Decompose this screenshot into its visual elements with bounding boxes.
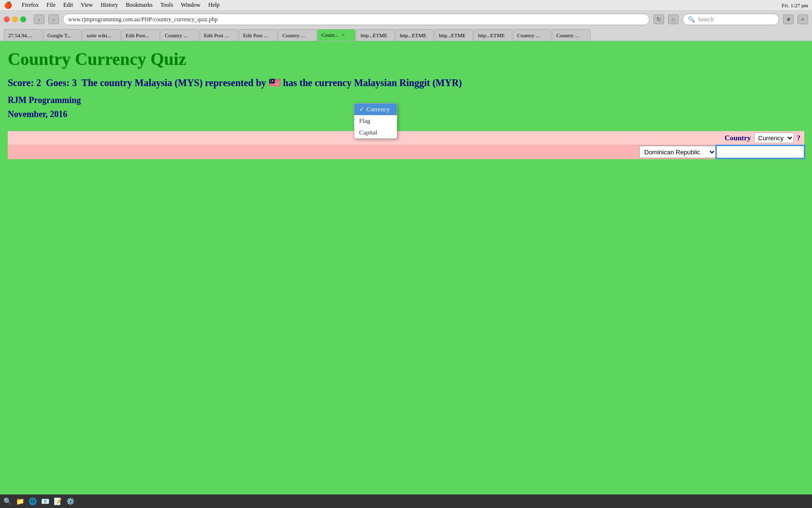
tab-4[interactable]: Country ...	[160, 29, 199, 41]
author-line: RJM Programming	[8, 95, 804, 105]
forward-button[interactable]: ›	[48, 15, 59, 24]
checkmark-icon: ✓	[359, 105, 364, 113]
quiz-type-select[interactable]: Currency Flag Capital	[754, 133, 794, 143]
tab-label: http...ETME	[400, 32, 426, 38]
tab-label: Country ...	[282, 32, 305, 38]
tab-label: http...ETME	[361, 32, 387, 38]
tab-12[interactable]: http...ETME	[474, 29, 512, 41]
page-content: Country Currency Quiz Score: 2 Goes: 3 T…	[0, 41, 812, 380]
menu-window[interactable]: Window	[181, 1, 201, 9]
address-bar[interactable]: www.rjmprogramming.com.au/PHP/country_cu…	[63, 14, 650, 25]
tab-3[interactable]: Edit Post...	[121, 29, 160, 41]
score-text: Score: 2 Goes: 3 The country Malaysia (M…	[8, 77, 462, 88]
page-title: Country Currency Quiz	[8, 49, 804, 69]
apple-icon[interactable]: 🍎	[4, 1, 12, 9]
date-line: November, 2016	[8, 109, 804, 120]
browser-search-bar[interactable]: 🔍 Search	[682, 14, 779, 25]
tab-6[interactable]: Edit Post ...	[239, 29, 277, 41]
tab-14[interactable]: Country ...	[552, 29, 591, 41]
tab-label: Google T...	[47, 32, 71, 38]
quiz-input-row: Dominican Republic	[8, 145, 804, 159]
country-select[interactable]: Dominican Republic	[639, 146, 716, 158]
bookmark-button[interactable]: ★	[783, 15, 794, 24]
tab-2[interactable]: suite wiki...	[82, 29, 121, 41]
tab-13[interactable]: Country ...	[513, 29, 551, 41]
back-button[interactable]: ‹	[34, 15, 44, 24]
menu-edit[interactable]: Edit	[63, 1, 73, 9]
browser-top-row: ‹ › www.rjmprogramming.com.au/PHP/countr…	[0, 11, 812, 27]
search-icon: 🔍	[688, 16, 695, 23]
home-button[interactable]: ⌂	[668, 15, 679, 24]
tab-1[interactable]: Google T...	[43, 29, 82, 41]
score-line: Score: 2 Goes: 3 The country Malaysia (M…	[8, 77, 804, 89]
tab-8-active[interactable]: Count... ✕	[317, 29, 356, 41]
quiz-header-row: Country Currency Flag Capital ?	[8, 131, 804, 145]
url-text: www.rjmprogramming.com.au/PHP/country_cu…	[68, 16, 218, 23]
tab-10[interactable]: http...ETME	[395, 29, 434, 41]
currency-option-label: Currency	[366, 105, 390, 113]
quiz-type-dropdown[interactable]: ✓ Currency Flag Capital	[354, 103, 397, 139]
minimize-window-button[interactable]	[12, 16, 18, 22]
tab-label: Count...	[321, 32, 338, 38]
maximize-window-button[interactable]	[20, 16, 26, 22]
menubar-right: Fri. 1:27 pm	[782, 2, 808, 8]
tab-11[interactable]: http...ETME	[435, 29, 473, 41]
time-display: Fri. 1:27 pm	[782, 2, 808, 8]
country-label: Country	[725, 134, 751, 142]
answer-input[interactable]	[716, 146, 804, 158]
menu-view[interactable]: View	[81, 1, 93, 9]
tab-label: Edit Post ...	[204, 32, 229, 38]
tab-label: http...ETME	[439, 32, 465, 38]
tab-label: Country ...	[165, 32, 188, 38]
tab-label: Edit Post ...	[243, 32, 268, 38]
tab-label: Country ...	[556, 32, 579, 38]
menu-tools[interactable]: Tools	[160, 1, 174, 9]
search-placeholder: Search	[698, 16, 714, 23]
menu-file[interactable]: File	[46, 1, 56, 9]
traffic-lights	[4, 16, 26, 22]
close-tab-icon[interactable]: ✕	[341, 32, 345, 38]
tab-label: 27.54.94....	[8, 32, 32, 38]
browser-chrome: ‹ › www.rjmprogramming.com.au/PHP/countr…	[0, 11, 812, 41]
menu-firefox[interactable]: Firefox	[22, 1, 39, 9]
tabs-row: 27.54.94.... Google T... suite wiki... E…	[0, 27, 812, 41]
menu-icon-button[interactable]: ≡	[798, 15, 808, 24]
menu-history[interactable]: History	[101, 1, 118, 9]
tab-label: Edit Post...	[126, 32, 149, 38]
dropdown-flag-option[interactable]: Flag	[354, 115, 397, 127]
reload-button[interactable]: ↻	[653, 15, 664, 24]
menu-help[interactable]: Help	[208, 1, 219, 9]
tab-5[interactable]: Edit Post ...	[200, 29, 238, 41]
flag-option-label: Flag	[359, 117, 370, 125]
tab-0[interactable]: 27.54.94....	[4, 29, 43, 41]
tab-label: Country ...	[517, 32, 540, 38]
dropdown-currency-option[interactable]: ✓ Currency	[354, 104, 397, 115]
tab-label: http...ETME	[478, 32, 505, 38]
quiz-area: ✓ Currency Flag Capital Country Currency…	[8, 131, 804, 159]
tab-9[interactable]: http...ETME	[356, 29, 395, 41]
close-window-button[interactable]	[4, 16, 10, 22]
question-mark: ?	[797, 134, 801, 142]
tab-label: suite wiki...	[87, 32, 111, 38]
capital-option-label: Capital	[359, 129, 377, 136]
tab-7[interactable]: Country ...	[278, 29, 317, 41]
dropdown-capital-option[interactable]: Capital	[354, 127, 397, 138]
menu-bookmarks[interactable]: Bookmarks	[126, 1, 152, 9]
mac-menubar: 🍎 Firefox File Edit View History Bookmar…	[0, 0, 812, 11]
